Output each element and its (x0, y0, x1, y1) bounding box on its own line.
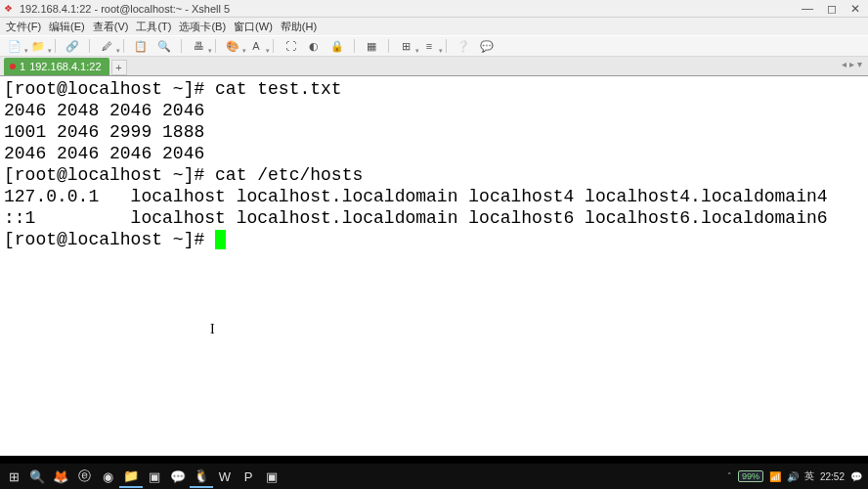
minimize-button[interactable]: — (802, 2, 813, 16)
window-title: 192.168.4.1:22 - root@localhost:~ - Xshe… (20, 3, 802, 15)
open-session-button[interactable]: 📁 (29, 38, 47, 54)
start-button[interactable]: ⊞ (2, 465, 25, 488)
toolbar-separator (123, 39, 124, 53)
chrome-icon[interactable]: ◉ (96, 465, 119, 488)
terminal-line: ::1 localhost localhost.localdomain loca… (4, 208, 828, 228)
word-icon[interactable]: W (213, 465, 237, 488)
menu-file[interactable]: 文件(F) (6, 20, 41, 34)
menu-edit[interactable]: 编辑(E) (49, 20, 85, 34)
xshell-taskbar-icon[interactable]: 🐧 (190, 465, 213, 488)
new-session-button[interactable]: 📄 (6, 38, 23, 54)
terminal-line: [root@localhost ~]# cat test.txt (4, 79, 342, 99)
terminal-cursor (215, 230, 226, 249)
window-controls: — ◻ ✕ (802, 2, 864, 16)
add-tab-button[interactable]: + (111, 60, 127, 75)
tab-index: 1 (20, 61, 25, 72)
toolbar-separator (446, 39, 447, 53)
wechat-icon[interactable]: 💬 (166, 465, 190, 488)
menu-tools[interactable]: 工具(T) (136, 20, 171, 34)
tab-label: 192.168.4.1:22 (29, 61, 101, 72)
menu-window[interactable]: 窗口(W) (234, 20, 273, 34)
tab-prev-button[interactable]: ◂ (842, 59, 846, 69)
notification-icon[interactable]: 💬 (850, 471, 862, 482)
terminal-line: 1001 2046 2999 1888 (4, 122, 204, 142)
firefox-icon[interactable]: 🦊 (49, 465, 72, 488)
sessions-button[interactable]: ▦ (363, 38, 380, 54)
tab-bar: 1 192.168.4.1:22 + ◂ ▸ ▾ (0, 57, 868, 76)
vm-icon[interactable]: ▣ (143, 465, 166, 488)
toolbar-separator (89, 39, 90, 53)
tab-next-button[interactable]: ▸ (849, 59, 854, 69)
text-cursor-icon: I (210, 319, 215, 340)
always-on-top-button[interactable]: 🔒 (328, 38, 346, 54)
toolbar-separator (354, 39, 355, 53)
terminal-line: 127.0.0.1 localhost localhost.localdomai… (4, 187, 828, 206)
close-button[interactable]: ✕ (850, 2, 860, 16)
menu-bar: 文件(F) 编辑(E) 查看(V) 工具(T) 选项卡(B) 窗口(W) 帮助(… (0, 18, 868, 35)
layout-button[interactable]: ⊞ (397, 38, 414, 54)
edge-icon[interactable]: ⓔ (72, 465, 96, 488)
tab-status-icon (10, 64, 16, 69)
explorer-icon[interactable]: 📁 (119, 465, 143, 488)
about-button[interactable]: 💬 (478, 38, 496, 54)
toolbar-separator (388, 39, 389, 53)
toolbar-separator (55, 39, 56, 53)
network-icon[interactable]: 📶 (769, 471, 781, 482)
toolbar-separator (215, 39, 216, 53)
session-tab[interactable]: 1 192.168.4.1:22 (4, 58, 109, 75)
app-icon[interactable]: ▣ (260, 465, 283, 488)
app-icon: ❖ (4, 3, 16, 15)
plus-icon: + (115, 62, 121, 73)
toolbar: 📄 📁 🔗 🖉 📋 🔍 🖶 🎨 A ⛶ ◐ 🔒 ▦ ⊞ ≡ ❔ 💬 (0, 35, 868, 57)
reconnect-button[interactable]: 🔗 (64, 38, 81, 54)
font-button[interactable]: A (247, 38, 265, 54)
terminal-line: [root@localhost ~]# cat /etc/hosts (4, 165, 363, 185)
title-bar: ❖ 192.168.4.1:22 - root@localhost:~ - Xs… (0, 0, 868, 18)
help-button[interactable]: ❔ (455, 38, 472, 54)
fullscreen-button[interactable]: ⛶ (282, 38, 299, 54)
maximize-button[interactable]: ◻ (827, 2, 837, 16)
terminal-line: 2046 2046 2046 2046 (4, 144, 204, 163)
terminal-line: 2046 2048 2046 2046 (4, 101, 204, 120)
encoding-button[interactable]: ≡ (420, 38, 438, 54)
tray-expand-icon[interactable]: ˄ (727, 471, 732, 481)
menu-view[interactable]: 查看(V) (93, 20, 129, 34)
volume-icon[interactable]: 🔊 (787, 471, 799, 482)
taskbar: ⊞ 🔍 🦊 ⓔ ◉ 📁 ▣ 💬 🐧 W P ▣ ˄ 99% 📶 🔊 英 22:5… (0, 464, 868, 489)
properties-button[interactable]: 🖉 (98, 38, 115, 54)
print-button[interactable]: 🖶 (190, 38, 207, 54)
find-button[interactable]: 🔍 (155, 38, 173, 54)
tab-nav: ◂ ▸ ▾ (842, 59, 862, 69)
clock[interactable]: 22:52 (820, 471, 845, 482)
battery-indicator[interactable]: 99% (738, 470, 763, 482)
terminal[interactable]: [root@localhost ~]# cat test.txt 2046 20… (0, 76, 868, 456)
copy-button[interactable]: 📋 (132, 38, 150, 54)
toolbar-separator (181, 39, 182, 53)
system-tray: ˄ 99% 📶 🔊 英 22:52 💬 (727, 469, 868, 483)
menu-tabs[interactable]: 选项卡(B) (179, 20, 226, 34)
search-button[interactable]: 🔍 (25, 465, 49, 488)
menu-help[interactable]: 帮助(H) (281, 20, 317, 34)
ime-indicator[interactable]: 英 (804, 469, 814, 483)
powerpoint-icon[interactable]: P (237, 465, 260, 488)
terminal-prompt: [root@localhost ~]# (4, 230, 215, 249)
tab-list-button[interactable]: ▾ (857, 59, 862, 69)
color-scheme-button[interactable]: 🎨 (224, 38, 241, 54)
toolbar-separator (273, 39, 274, 53)
transparency-button[interactable]: ◐ (305, 38, 323, 54)
